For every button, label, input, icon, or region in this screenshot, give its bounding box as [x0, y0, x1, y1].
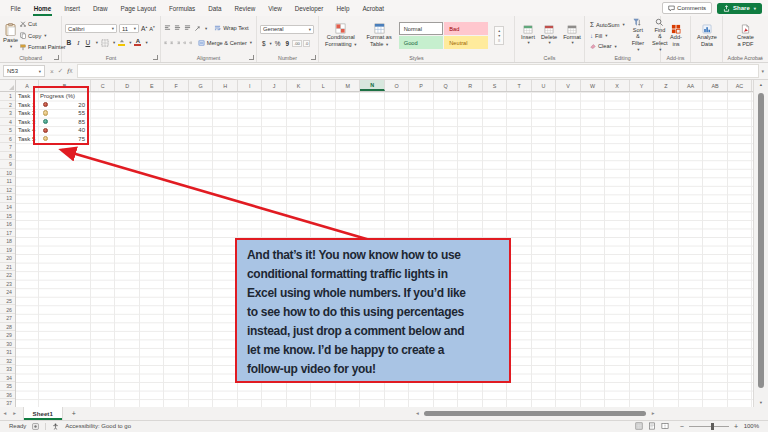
- create-pdf-button[interactable]: Create a PDF: [734, 24, 757, 47]
- annotation-text-box[interactable]: And that’s it! You now know how to useco…: [235, 238, 511, 383]
- copy-dropdown-icon[interactable]: ▾: [44, 33, 46, 38]
- new-sheet-button[interactable]: +: [63, 410, 85, 417]
- analyze-data-button[interactable]: Analyze Data: [694, 24, 720, 47]
- clipboard-dialog-launcher[interactable]: [54, 55, 59, 60]
- align-top-icon[interactable]: [164, 25, 171, 31]
- decrease-decimal-button[interactable]: .0: [303, 40, 311, 47]
- fill-color-button[interactable]: [118, 39, 125, 47]
- name-box-dropdown-icon[interactable]: ▾: [39, 69, 41, 74]
- font-name-select[interactable]: Calibri▾: [65, 24, 117, 34]
- enter-icon[interactable]: ✓: [58, 67, 63, 75]
- hscroll-right-icon[interactable]: ▸: [648, 410, 658, 416]
- percent-style-button[interactable]: %: [273, 40, 283, 47]
- style-bad[interactable]: Bad: [444, 22, 488, 35]
- formula-input[interactable]: [77, 64, 759, 78]
- horizontal-scrollbar-thumb[interactable]: [424, 411, 646, 416]
- font-size-select[interactable]: 11▾: [119, 24, 139, 34]
- autosum-button[interactable]: ΣAutoSum▾: [588, 20, 627, 30]
- tab-help[interactable]: Help: [330, 0, 356, 16]
- previous-sheet-icon[interactable]: ◂: [0, 410, 10, 416]
- zoom-out-button[interactable]: −: [680, 423, 684, 430]
- decrease-indent-icon[interactable]: [183, 40, 186, 46]
- orientation-icon[interactable]: [194, 25, 201, 32]
- vertical-scrollbar[interactable]: ▴ ▾: [753, 80, 768, 407]
- font-dialog-launcher[interactable]: [153, 55, 158, 60]
- align-bottom-icon[interactable]: [184, 25, 191, 31]
- page-layout-view-button[interactable]: [648, 422, 656, 430]
- expand-formula-bar-icon[interactable]: ▾: [761, 68, 768, 74]
- format-as-table-button[interactable]: Format as Table ▾: [364, 23, 395, 48]
- zoom-slider-thumb[interactable]: [711, 423, 714, 430]
- increase-indent-icon[interactable]: [189, 40, 192, 46]
- page-break-view-button[interactable]: [661, 422, 669, 430]
- cancel-icon[interactable]: ×: [50, 68, 54, 75]
- copy-button[interactable]: Copy ▾: [18, 31, 68, 41]
- insert-cells-button[interactable]: Insert▾: [518, 25, 538, 47]
- styles-gallery-scrollbar[interactable]: ▴▾≡: [494, 26, 504, 45]
- tab-acrobat[interactable]: Acrobat: [356, 0, 391, 16]
- accounting-format-button[interactable]: $: [260, 40, 268, 47]
- clear-button[interactable]: Clear▾: [588, 41, 627, 51]
- orientation-dropdown-icon[interactable]: ▾: [205, 26, 207, 31]
- underline-button[interactable]: U: [84, 38, 92, 47]
- tab-developer[interactable]: Developer: [288, 0, 330, 16]
- alignment-dialog-launcher[interactable]: [249, 55, 254, 60]
- underline-dropdown-icon[interactable]: ▾: [96, 40, 98, 45]
- merge-center-dropdown-icon[interactable]: ▾: [250, 40, 252, 45]
- align-center-icon[interactable]: [170, 40, 173, 46]
- paste-button[interactable]: Paste ▾: [3, 18, 18, 53]
- increase-font-button[interactable]: A▴: [141, 25, 147, 32]
- borders-dropdown-icon[interactable]: ▾: [113, 40, 115, 45]
- tab-file[interactable]: File: [4, 0, 27, 16]
- style-good[interactable]: Good: [399, 36, 443, 49]
- scroll-down-icon[interactable]: ▾: [754, 400, 768, 405]
- decrease-font-button[interactable]: A▾: [149, 25, 155, 32]
- style-normal[interactable]: Normal: [399, 22, 443, 35]
- conditional-formatting-button[interactable]: Conditional Formatting ▾: [322, 23, 360, 48]
- scroll-up-icon[interactable]: ▴: [754, 82, 768, 87]
- hscroll-left-icon[interactable]: ◂: [412, 410, 422, 416]
- align-right-icon[interactable]: [177, 40, 180, 46]
- number-format-select[interactable]: General▾: [260, 25, 314, 35]
- zoom-slider[interactable]: [689, 426, 729, 428]
- tab-insert[interactable]: Insert: [58, 0, 87, 16]
- next-sheet-icon[interactable]: ▸: [10, 410, 20, 416]
- sheet-tab-sheet1[interactable]: Sheet1: [23, 407, 63, 420]
- align-left-icon[interactable]: [164, 40, 167, 46]
- number-dialog-launcher[interactable]: [311, 55, 316, 60]
- style-neutral[interactable]: Neutral: [444, 36, 488, 49]
- tab-view[interactable]: View: [262, 0, 289, 16]
- tab-data[interactable]: Data: [202, 0, 228, 16]
- sort-filter-button[interactable]: Sort & Filter ▾: [629, 18, 647, 53]
- normal-view-button[interactable]: [635, 422, 643, 430]
- comma-style-button[interactable]: 9: [283, 40, 291, 47]
- zoom-in-button[interactable]: +: [734, 423, 738, 430]
- italic-button[interactable]: I: [76, 38, 81, 47]
- wrap-text-button[interactable]: Wrap Text: [210, 23, 250, 33]
- accessibility-icon[interactable]: [52, 423, 59, 430]
- comments-button[interactable]: Comments: [662, 2, 712, 14]
- collapse-ribbon-icon[interactable]: ⌄: [760, 54, 764, 60]
- font-color-dropdown-icon[interactable]: ▾: [145, 40, 147, 45]
- highlight-rectangle-shape[interactable]: [33, 86, 89, 145]
- cut-button[interactable]: Cut: [18, 19, 68, 29]
- macro-record-icon[interactable]: [32, 423, 39, 430]
- fill-button[interactable]: ↓Fill▾: [588, 31, 627, 41]
- bold-button[interactable]: B: [65, 38, 73, 47]
- borders-icon[interactable]: [101, 39, 109, 47]
- share-dropdown-icon[interactable]: ▾: [754, 6, 756, 11]
- delete-cells-button[interactable]: Delete▾: [538, 25, 560, 47]
- name-box[interactable]: N53 ▾: [3, 65, 45, 77]
- merge-center-button[interactable]: Merge & Center ▾: [196, 38, 254, 48]
- font-color-button[interactable]: A: [134, 39, 141, 47]
- fill-color-dropdown-icon[interactable]: ▾: [129, 40, 131, 45]
- share-button[interactable]: Share ▾: [717, 3, 762, 14]
- format-painter-button[interactable]: Format Painter: [18, 42, 68, 52]
- increase-decimal-button[interactable]: .00: [292, 40, 302, 47]
- tab-page-layout[interactable]: Page Layout: [114, 0, 162, 16]
- addins-button[interactable]: Add-ins: [664, 24, 688, 47]
- vertical-scrollbar-thumb[interactable]: [758, 93, 764, 388]
- tab-draw[interactable]: Draw: [86, 0, 114, 16]
- tab-formulas[interactable]: Formulas: [162, 0, 201, 16]
- insert-function-icon[interactable]: fx: [67, 67, 72, 75]
